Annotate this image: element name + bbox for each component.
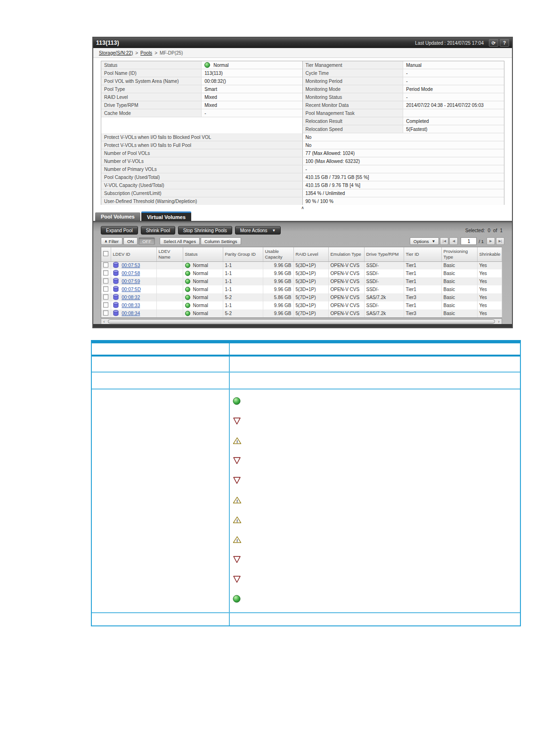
property-label: Monitoring Mode: [303, 85, 404, 93]
property-row: Cache Mode -: [101, 109, 302, 117]
drive-type-cell: SSD/-: [364, 285, 404, 293]
raid-level-cell: 5(3D+1P): [293, 277, 328, 285]
status-icon: ! !: [233, 437, 520, 445]
status-normal-icon: [185, 279, 190, 284]
ldev-id-link[interactable]: 00:07:5D: [122, 287, 141, 292]
provisioning-type-cell: Basic: [441, 277, 477, 285]
select-all-pages-button[interactable]: Select All Pages: [160, 237, 200, 245]
svg-text:!: !: [236, 477, 237, 482]
last-updated-label: Last Updated : 2014/07/25 17:04: [415, 41, 484, 46]
more-actions-button[interactable]: More Actions ▼: [235, 226, 281, 235]
svg-text:!: !: [236, 576, 237, 581]
status-icon: ! !: [233, 535, 520, 543]
select-all-checkbox[interactable]: [103, 251, 108, 256]
table-row: 00:07:5D Normal 1-1 9.96 GB 5(3D+1P) OPE…: [101, 285, 502, 293]
column-header-emulation-type: Emulation Type: [328, 247, 364, 261]
row-checkbox[interactable]: [103, 302, 108, 308]
expand-pool-button[interactable]: Expand Pool: [101, 226, 138, 235]
tab-pool-volumes[interactable]: Pool Volumes: [95, 212, 140, 221]
property-label: Subscription (Current/Limit): [101, 189, 303, 197]
volume-icon: [113, 294, 119, 301]
stop-shrinking-pools-button[interactable]: Stop Shrinking Pools: [178, 226, 232, 235]
column-header-drive-type: Drive Type/RPM: [364, 247, 404, 261]
property-label: Pool Name (ID): [101, 69, 202, 77]
status-icon: ! !: [233, 575, 520, 583]
parity-group-cell: 1-1: [223, 261, 263, 269]
shrink-pool-button[interactable]: Shrink Pool: [141, 226, 175, 235]
parity-group-cell: 1-1: [223, 277, 263, 285]
collapse-panel-icon[interactable]: ∧: [301, 206, 304, 210]
volume-icon: [113, 278, 119, 285]
property-value-text: 113(113): [204, 71, 223, 76]
row-checkbox[interactable]: [103, 310, 108, 316]
property-value-text: 2014/07/22 04:38 - 2014/07/22 05:03: [406, 103, 484, 108]
row-checkbox[interactable]: [103, 278, 108, 284]
status-normal-icon: [185, 287, 190, 292]
selected-label: Selected:: [465, 228, 485, 233]
row-checkbox[interactable]: [103, 262, 108, 268]
row-checkbox[interactable]: [103, 294, 108, 300]
ldev-id-link[interactable]: 00:08:34: [122, 311, 140, 316]
scroll-right-icon[interactable]: ›: [496, 319, 502, 324]
selection-summary: Selected: 0 of 1: [465, 228, 503, 233]
property-value-text: 77 (Max Allowed: 1024): [306, 151, 355, 156]
ldev-name-cell: [156, 301, 183, 309]
tab-virtual-volumes[interactable]: Virtual Volumes: [141, 211, 191, 221]
ldev-id-link[interactable]: 00:08:33: [122, 303, 140, 308]
emulation-type-cell: OPEN-V CVS: [328, 301, 364, 309]
scroll-left-icon[interactable]: ‹: [101, 319, 107, 324]
ldev-id-link[interactable]: 00:07:58: [122, 271, 140, 276]
status-text: Normal: [193, 295, 208, 300]
refresh-icon[interactable]: ⟳: [489, 39, 498, 47]
property-label: V-VOL Capacity (Used/Total): [101, 181, 303, 189]
property-row: Relocation Speed 5(Fastest): [303, 125, 504, 133]
property-row: Number of Pool VOLs 77 (Max Allowed: 102…: [101, 149, 504, 157]
next-page-icon[interactable]: ▶: [487, 237, 495, 245]
property-value-text: Mixed: [204, 95, 217, 100]
options-button[interactable]: Options ▼: [410, 237, 439, 245]
row-checkbox[interactable]: [103, 286, 108, 292]
status-text: Normal: [193, 303, 208, 308]
provisioning-type-cell: Basic: [441, 285, 477, 293]
property-row: Status Normal: [101, 61, 302, 69]
ldev-id-link[interactable]: 00:07:53: [122, 263, 140, 268]
row-checkbox[interactable]: [103, 270, 108, 276]
ldev-id-link[interactable]: 00:08:32: [122, 295, 140, 300]
help-icon[interactable]: ?: [500, 39, 509, 47]
page-number-input[interactable]: [461, 237, 477, 245]
provisioning-type-cell: Basic: [441, 293, 477, 301]
property-value-text: Smart: [204, 87, 217, 92]
shrinkable-cell: Yes: [477, 277, 502, 285]
breadcrumb-current: MF-DP(25): [160, 50, 183, 56]
column-settings-button[interactable]: Column Settings: [201, 237, 241, 245]
column-header-usable-capacity: Usable Capacity: [263, 247, 293, 261]
tier-id-cell: Tier1: [404, 261, 441, 269]
status-normal-icon: [185, 295, 190, 300]
ldev-id-link[interactable]: 00:07:59: [122, 279, 140, 284]
property-value-text: No: [306, 135, 312, 140]
status-cell: Normal: [183, 301, 223, 309]
property-value: Normal: [202, 61, 302, 69]
breadcrumb-pools-link[interactable]: Pools: [140, 50, 152, 56]
row-checkbox-cell: [101, 269, 111, 277]
filter-on-button[interactable]: ON: [123, 237, 138, 245]
pool-detail-window: 113(113) Last Updated : 2014/07/25 17:04…: [92, 37, 513, 328]
previous-page-icon[interactable]: ◀: [449, 237, 458, 245]
property-row: Number of V-VOLs 100 (Max Allowed: 63232…: [101, 157, 504, 165]
tier-id-cell: Tier3: [404, 309, 441, 317]
legend-cell-right: ! !: [230, 389, 520, 612]
provisioning-type-cell: Basic: [441, 309, 477, 317]
property-value: 113(113): [202, 69, 302, 77]
last-page-icon[interactable]: ▶|: [496, 237, 504, 245]
first-page-icon[interactable]: |◀: [440, 237, 448, 245]
filter-off-button[interactable]: OFF: [138, 237, 155, 245]
warning-status-icon: !: [233, 536, 242, 543]
svg-text:!: !: [236, 457, 237, 462]
breadcrumb-storage-link[interactable]: Storage(S/N:22): [99, 50, 133, 56]
property-value-text: Period Mode: [406, 87, 433, 92]
property-row: RAID Level Mixed: [101, 93, 302, 101]
scrollbar-thumb[interactable]: [108, 319, 495, 324]
filter-button[interactable]: ∧ Filter: [101, 237, 122, 245]
status-cell: Normal: [183, 293, 223, 301]
property-row: Drive Type/RPM Mixed: [101, 101, 302, 109]
